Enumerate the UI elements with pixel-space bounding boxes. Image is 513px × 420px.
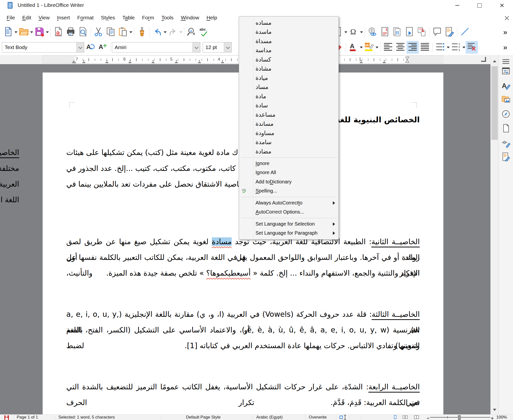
- status-language[interactable]: Arabic (Egypt): [256, 415, 283, 420]
- folder-open-dropdown[interactable]: [30, 26, 33, 38]
- close-document-icon[interactable]: [503, 14, 511, 22]
- menu-form[interactable]: Form: [138, 13, 158, 22]
- close-button[interactable]: [494, 0, 510, 11]
- folder-open-button[interactable]: [18, 26, 30, 38]
- suggestion-item-2[interactable]: مسداة: [239, 37, 338, 46]
- status-word-count[interactable]: Selected: 1 word, 5 characters: [58, 415, 115, 420]
- suggestion-item-0[interactable]: مساده: [239, 18, 338, 27]
- align-right-button[interactable]: [406, 41, 419, 54]
- sidebar-page-button[interactable]: [500, 123, 512, 134]
- number-list-button[interactable]: 123: [450, 41, 462, 54]
- multi-page-view-button[interactable]: [402, 415, 408, 420]
- menu-styles[interactable]: Styles: [97, 13, 119, 22]
- menu-tools[interactable]: Tools: [158, 13, 177, 22]
- page-break-dropdown[interactable]: [344, 26, 348, 38]
- status-zoom-percent[interactable]: 100%: [496, 415, 507, 420]
- redo-dropdown[interactable]: [179, 26, 183, 38]
- align-left-button[interactable]: [382, 41, 394, 54]
- zoom-slider-handle[interactable]: [458, 415, 461, 420]
- doc-new-button[interactable]: [2, 26, 14, 38]
- tab-stop-marker[interactable]: [82, 60, 85, 63]
- endnote-button[interactable]: [i]: [391, 26, 403, 38]
- book-view-button[interactable]: [413, 415, 420, 420]
- sidebar-navigator-button[interactable]: [500, 109, 512, 120]
- font-name-combo[interactable]: Amiri: [112, 42, 200, 52]
- menu-table[interactable]: Table: [119, 13, 138, 22]
- find-replace-button[interactable]: ad: [186, 26, 198, 38]
- paragraph-style-combo[interactable]: Text Body: [2, 42, 84, 52]
- minimize-button[interactable]: [450, 0, 465, 11]
- sidebar-gallery-button[interactable]: [500, 94, 512, 105]
- font-size-dropdown[interactable]: [224, 42, 231, 52]
- left-indent-marker[interactable]: [72, 60, 76, 63]
- menu-window[interactable]: Window: [177, 13, 203, 22]
- sidebar-styles-button[interactable]: A: [500, 80, 512, 92]
- bookmark-button[interactable]: [403, 26, 416, 38]
- paste-dropdown[interactable]: [129, 26, 133, 38]
- update-style-button[interactable]: A: [84, 41, 96, 54]
- suggestion-item-11[interactable]: مساندة: [239, 119, 338, 129]
- menu-insert[interactable]: Insert: [53, 13, 74, 22]
- toolbar-overflow-2[interactable]: »: [502, 40, 509, 55]
- menu-item-ignore[interactable]: Ignore: [239, 159, 338, 168]
- zoom-in-icon[interactable]: +: [491, 416, 494, 420]
- track-changes-button[interactable]: [443, 26, 456, 38]
- suggestion-item-3[interactable]: مداسة: [239, 46, 338, 55]
- right-indent-marker[interactable]: [405, 56, 409, 64]
- menu-format[interactable]: Format: [74, 13, 97, 22]
- suggestion-item-8[interactable]: مادة: [239, 92, 338, 101]
- tab-stop-marker[interactable]: [106, 60, 108, 63]
- save-dropdown[interactable]: [46, 26, 49, 38]
- align-center-button[interactable]: [394, 41, 406, 54]
- suggestion-item-9[interactable]: سادة: [239, 101, 338, 110]
- status-page-style[interactable]: Default Page Style: [186, 415, 221, 420]
- sidebar-properties-button[interactable]: [500, 66, 512, 77]
- scroll-down-button[interactable]: [491, 406, 499, 414]
- menu-item-ignore-all[interactable]: Ignore All: [239, 168, 338, 177]
- copy-button[interactable]: [105, 26, 117, 38]
- tab-stop-marker[interactable]: [175, 60, 178, 63]
- highlight-color-button[interactable]: ab: [363, 41, 375, 54]
- unsaved-changes-icon[interactable]: [4, 415, 9, 420]
- menu-item-always-autocorrect-to[interactable]: Always AutoCorrect to: [239, 198, 338, 208]
- paragraph-style-dropdown[interactable]: [76, 42, 84, 52]
- undo-dropdown[interactable]: [163, 26, 167, 38]
- cross-reference-button[interactable]: [416, 26, 428, 38]
- suggestion-item-7[interactable]: مساد: [239, 83, 338, 92]
- footnote-button[interactable]: 1: [379, 26, 391, 38]
- new-style-button[interactable]: A: [96, 41, 109, 54]
- print-button[interactable]: [65, 26, 77, 38]
- toolbar-overflow[interactable]: »: [502, 25, 509, 40]
- zoom-out-icon[interactable]: −: [427, 416, 429, 420]
- status-insert-mode[interactable]: Overwrite: [309, 415, 327, 420]
- tab-stop-marker[interactable]: [383, 60, 386, 63]
- number-list-dropdown[interactable]: [462, 41, 466, 54]
- bullet-list-dropdown[interactable]: [446, 41, 450, 54]
- tab-stop-marker[interactable]: [129, 60, 131, 63]
- sidebar-style-inspector-button[interactable]: [500, 138, 512, 150]
- suggestion-item-6[interactable]: ميادة: [239, 73, 338, 83]
- doc-new-dropdown[interactable]: [14, 26, 18, 38]
- font-color-dropdown[interactable]: [360, 41, 363, 54]
- tab-stop-marker[interactable]: [221, 60, 224, 63]
- menu-view[interactable]: View: [35, 13, 53, 22]
- vertical-scrollbar[interactable]: [490, 55, 498, 414]
- hyperlink-button[interactable]: [366, 26, 379, 38]
- suggestion-item-4[interactable]: كسادة: [239, 55, 338, 64]
- undo-button[interactable]: [151, 26, 163, 38]
- maximize-button[interactable]: [472, 0, 487, 11]
- redo-button[interactable]: [167, 26, 179, 38]
- paste-button[interactable]: [117, 26, 129, 38]
- special-character-dropdown[interactable]: [360, 26, 363, 38]
- tab-stop-marker[interactable]: [198, 60, 201, 63]
- menu-item-add-to-dictionary[interactable]: Add to Dictionary: [239, 177, 338, 187]
- single-page-view-button[interactable]: [393, 415, 398, 420]
- comment-button[interactable]: [431, 26, 443, 38]
- menu-file[interactable]: File: [3, 13, 19, 22]
- insert-line-button[interactable]: [459, 26, 471, 38]
- align-justify-button[interactable]: [419, 41, 431, 54]
- menu-edit[interactable]: Edit: [19, 13, 35, 22]
- tab-stop-type-selector[interactable]: [481, 57, 486, 62]
- suggestion-item-5[interactable]: مشادة: [239, 64, 338, 74]
- export-pdf-button[interactable]: [52, 26, 65, 38]
